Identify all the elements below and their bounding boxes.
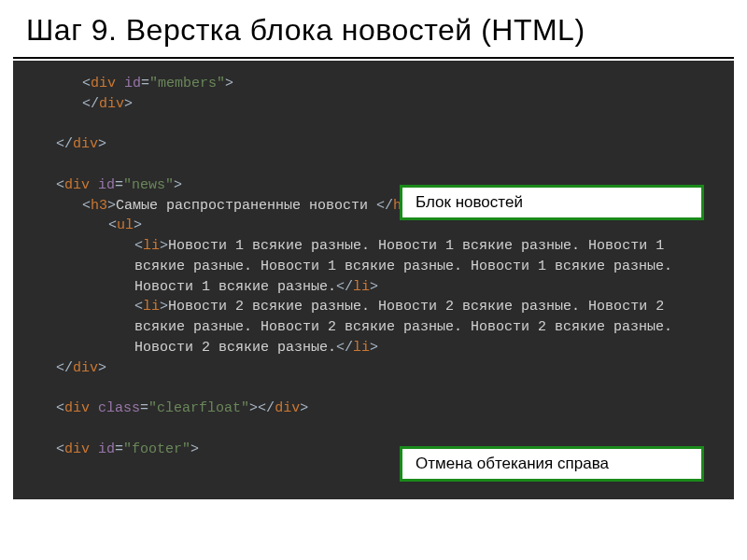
blank-line — [30, 155, 717, 175]
callout-clear-float: Отмена обтекания справа — [400, 446, 704, 482]
code-line-li1: <li>Новости 1 всякие разные. Новости 1 в… — [30, 236, 717, 297]
callout-news-block: Блок новостей — [400, 185, 704, 220]
blank-line — [30, 419, 717, 440]
code-line: </div> — [30, 358, 717, 379]
blank-line — [30, 115, 717, 135]
code-line: <div class="clearfloat"></div> — [30, 399, 717, 419]
code-line: </div> — [30, 134, 717, 155]
code-editor-block: <div id="members"> </div> </div> <div id… — [13, 61, 734, 499]
code-line: </div> — [30, 94, 717, 115]
title-underline — [13, 57, 734, 59]
slide-title: Шаг 9. Верстка блока новостей (HTML) — [0, 0, 747, 57]
blank-line — [30, 378, 717, 399]
code-line-li2: <li>Новости 2 всякие разные. Новости 2 в… — [30, 297, 717, 357]
code-line: <div id="members"> — [30, 74, 717, 94]
